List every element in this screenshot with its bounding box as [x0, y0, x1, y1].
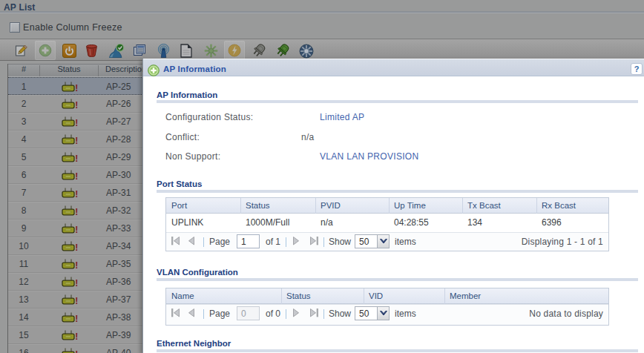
svg-text:!: ! — [75, 207, 78, 217]
svg-text:!: ! — [75, 189, 78, 199]
svg-text:!: ! — [75, 260, 78, 271]
svg-text:!: ! — [75, 296, 78, 306]
svg-text:!: ! — [75, 349, 78, 353]
svg-text:!: ! — [75, 83, 78, 93]
svg-text:!: ! — [75, 243, 78, 253]
svg-text:!: ! — [75, 314, 78, 324]
svg-text:!: ! — [75, 154, 78, 164]
svg-text:!: ! — [75, 118, 78, 128]
svg-text:!: ! — [75, 225, 78, 235]
svg-text:!: ! — [75, 331, 78, 342]
svg-text:!: ! — [75, 136, 78, 146]
svg-text:!: ! — [75, 171, 78, 182]
svg-text:!: ! — [75, 278, 78, 288]
svg-text:!: ! — [75, 100, 78, 110]
